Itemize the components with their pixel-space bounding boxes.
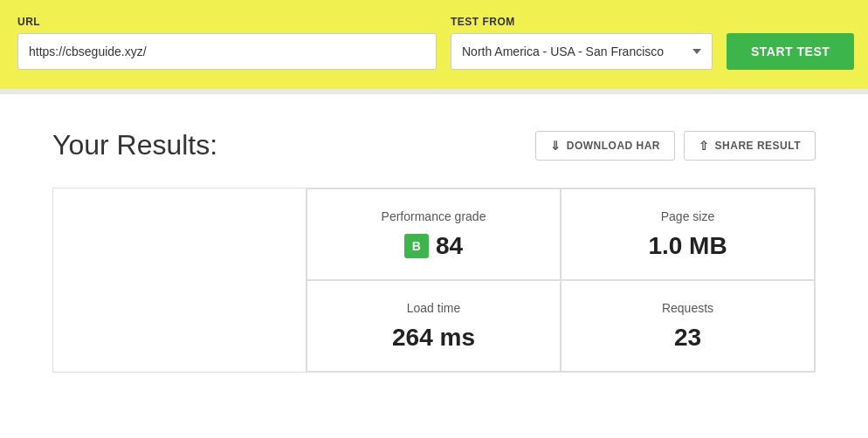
page-size-cell: Page size 1.0 MB — [561, 188, 815, 280]
performance-grade-label: Performance grade — [382, 209, 486, 223]
results-header: Your Results: ⇓ DOWNLOAD HAR ⇧ SHARE RES… — [52, 129, 816, 161]
load-time-cell: Load time 264 ms — [307, 280, 561, 372]
url-label: URL — [17, 16, 437, 28]
results-grid: Performance grade B 84 Page size 1.0 MB … — [52, 188, 816, 373]
performance-grade-value: B 84 — [404, 232, 463, 260]
load-time-value: 264 ms — [392, 324, 475, 352]
download-har-label: DOWNLOAD HAR — [567, 140, 660, 152]
share-result-button[interactable]: ⇧ SHARE RESULT — [684, 131, 816, 161]
grade-badge: B — [404, 234, 429, 258]
test-from-label: Test from — [451, 16, 713, 28]
share-icon: ⇧ — [699, 139, 710, 153]
results-title: Your Results: — [52, 129, 217, 161]
url-input[interactable] — [17, 33, 437, 70]
download-icon: ⇓ — [550, 139, 561, 153]
header-bar: URL Test from North America - USA - San … — [0, 0, 868, 89]
requests-cell: Requests 23 — [561, 280, 815, 372]
main-content: Your Results: ⇓ DOWNLOAD HAR ⇧ SHARE RES… — [0, 94, 868, 407]
start-test-button[interactable]: START TEST — [727, 33, 854, 70]
load-time-label: Load time — [407, 301, 460, 315]
test-from-field-group: Test from North America - USA - San Fran… — [451, 16, 713, 70]
download-har-button[interactable]: ⇓ DOWNLOAD HAR — [535, 131, 675, 161]
test-from-select[interactable]: North America - USA - San Francisco Euro… — [451, 33, 713, 70]
share-result-label: SHARE RESULT — [715, 140, 801, 152]
page-size-label: Page size — [661, 209, 714, 223]
results-actions: ⇓ DOWNLOAD HAR ⇧ SHARE RESULT — [535, 131, 816, 161]
performance-grade-cell: Performance grade B 84 — [307, 188, 561, 280]
requests-value: 23 — [674, 324, 701, 352]
url-field-group: URL — [17, 16, 437, 70]
page-size-value: 1.0 MB — [648, 232, 727, 260]
requests-label: Requests — [662, 301, 713, 315]
performance-grade-number: 84 — [436, 232, 463, 260]
waterfall-cell — [53, 188, 307, 372]
